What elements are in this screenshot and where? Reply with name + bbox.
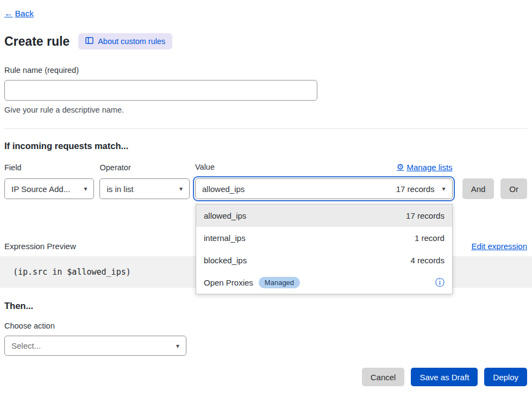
manage-lists-link[interactable]: ⚙Manage lists — [397, 162, 453, 172]
value-select-meta: 17 records — [396, 184, 435, 194]
open-proxies-left: Open Proxies Managed — [204, 277, 300, 289]
action-select-placeholder: Select... — [11, 341, 41, 350]
list-name: blocked_ips — [204, 256, 247, 265]
dropdown-item-internal-ips[interactable]: internal_ips 1 record — [196, 227, 452, 249]
value-select-value: allowed_ips — [202, 184, 245, 194]
list-name: allowed_ips — [204, 211, 246, 220]
back-label: Back — [15, 9, 34, 18]
rule-name-help: Give your rule a descriptive name. — [4, 106, 527, 114]
then-heading: Then... — [4, 301, 527, 311]
or-button[interactable]: Or — [500, 178, 527, 199]
value-dropdown-menu: allowed_ips 17 records internal_ips 1 re… — [196, 204, 453, 294]
list-meta: 1 record — [415, 233, 445, 243]
match-heading: If incoming requests match... — [4, 141, 527, 151]
chevron-down-icon: ▾ — [179, 185, 183, 192]
operator-select[interactable]: is in list ▾ — [99, 178, 189, 199]
list-name: internal_ips — [204, 233, 246, 243]
operator-column: Operator is in list ▾ — [99, 163, 189, 199]
field-column: Field IP Source Add... ▾ — [4, 163, 94, 199]
footer-actions: Cancel Save as Draft Deploy — [4, 368, 527, 386]
action-select[interactable]: Select... ▾ — [4, 336, 186, 356]
choose-action-label: Choose action — [4, 321, 527, 330]
chevron-down-icon: ▾ — [442, 185, 446, 192]
about-custom-rules-link[interactable]: About custom rules — [78, 33, 172, 50]
rule-name-block: Rule name (required) Give your rule a de… — [4, 66, 527, 114]
list-name: Open Proxies — [204, 278, 253, 287]
edit-expression-link[interactable]: Edit expression — [471, 242, 527, 251]
deploy-button[interactable]: Deploy — [484, 368, 527, 386]
rule-name-label: Rule name (required) — [4, 66, 527, 75]
chevron-down-icon: ▾ — [84, 185, 87, 192]
save-as-draft-button[interactable]: Save as Draft — [411, 368, 478, 386]
manage-lists-label: Manage lists — [406, 163, 452, 172]
match-condition-row: Field IP Source Add... ▾ Operator is in … — [4, 162, 527, 199]
and-or-buttons: And Or — [462, 178, 527, 199]
chevron-down-icon: ▾ — [176, 343, 179, 349]
value-select-right: 17 records ▾ — [396, 184, 446, 194]
list-meta: 4 records — [410, 256, 445, 265]
page-title: Create rule — [4, 34, 70, 49]
field-label: Field — [4, 163, 94, 172]
gear-icon: ⚙ — [397, 162, 404, 172]
about-custom-rules-label: About custom rules — [98, 37, 165, 46]
expression-preview-label: Expression Preview — [4, 242, 76, 251]
info-icon[interactable]: ⓘ — [435, 278, 445, 287]
dropdown-item-blocked-ips[interactable]: blocked_ips 4 records — [196, 249, 452, 271]
field-select[interactable]: IP Source Add... ▾ — [4, 178, 94, 199]
managed-badge: Managed — [259, 277, 300, 289]
dropdown-item-open-proxies[interactable]: Open Proxies Managed ⓘ — [196, 271, 452, 294]
value-header-row: Value ⚙Manage lists — [195, 162, 453, 172]
title-row: Create rule About custom rules — [4, 33, 527, 50]
back-link[interactable]: ←Back — [4, 9, 34, 18]
back-arrow-icon: ← — [4, 9, 13, 18]
rule-name-input[interactable] — [4, 80, 317, 101]
section-divider — [4, 128, 527, 129]
operator-label: Operator — [99, 163, 189, 172]
field-select-value: IP Source Add... — [11, 184, 70, 194]
value-select[interactable]: allowed_ips 17 records ▾ — [195, 178, 453, 199]
value-column: Value ⚙Manage lists allowed_ips 17 recor… — [195, 162, 453, 199]
and-button[interactable]: And — [462, 178, 495, 199]
list-meta: 17 records — [406, 211, 445, 220]
value-label: Value — [195, 163, 215, 171]
create-rule-page: ←Back Create rule About custom rules Rul… — [0, 0, 532, 386]
operator-select-value: is in list — [107, 184, 133, 194]
dropdown-item-allowed-ips[interactable]: allowed_ips 17 records — [196, 205, 452, 227]
about-custom-rules-icon — [85, 37, 93, 46]
cancel-button[interactable]: Cancel — [362, 368, 405, 386]
